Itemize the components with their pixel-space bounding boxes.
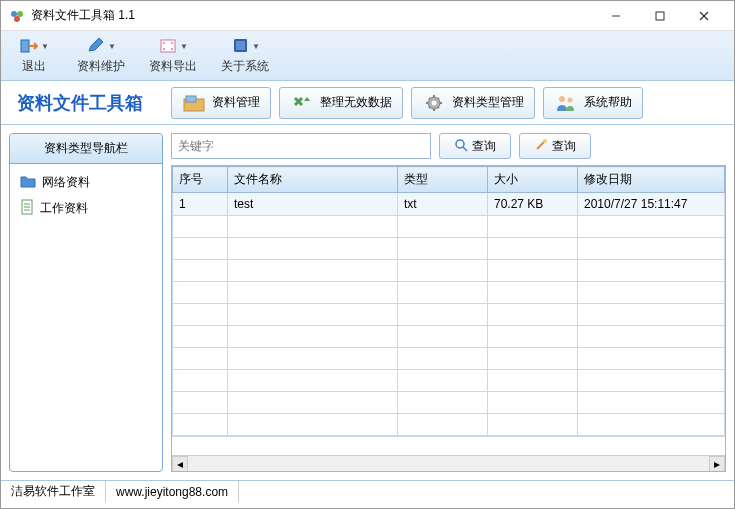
sidebar-item-label: 网络资料 — [42, 174, 90, 191]
book-icon — [230, 36, 250, 56]
table-header-row: 序号 文件名称 类型 大小 修改日期 — [173, 167, 725, 193]
table-row[interactable] — [173, 370, 725, 392]
statusbar: 洁易软件工作室 www.jieyitong88.com — [1, 480, 734, 502]
exit-button[interactable]: ▼ 退出 — [9, 34, 59, 77]
sidebar-item-work[interactable]: 工作资料 — [16, 195, 156, 222]
export-label: 资料导出 — [149, 58, 197, 75]
cell: txt — [398, 193, 488, 216]
sidebar-title: 资料类型导航栏 — [10, 134, 162, 164]
maximize-button[interactable] — [638, 2, 682, 30]
svg-rect-8 — [161, 40, 175, 52]
svg-rect-4 — [656, 12, 664, 20]
table-row[interactable]: 1 test txt 70.27 KB 2010/7/27 15:11:47 — [173, 193, 725, 216]
col-modified[interactable]: 修改日期 — [578, 167, 725, 193]
folder-blue-icon — [20, 174, 36, 191]
table-row[interactable] — [173, 238, 725, 260]
chevron-down-icon: ▼ — [41, 42, 49, 51]
folder-icon — [182, 91, 206, 115]
sidebar-item-label: 工作资料 — [40, 200, 88, 217]
table-row[interactable] — [173, 260, 725, 282]
svg-line-25 — [463, 147, 467, 151]
toolbar: ▼ 退出 ▼ 资料维护 ▼ 资料导出 ▼ 关于系统 — [1, 31, 734, 81]
svg-point-9 — [163, 42, 165, 44]
pencil-icon — [86, 36, 106, 56]
gear-icon — [422, 91, 446, 115]
svg-point-17 — [432, 100, 437, 105]
table-row[interactable] — [173, 326, 725, 348]
status-vendor: 洁易软件工作室 — [1, 481, 106, 502]
cell: 1 — [173, 193, 228, 216]
minimize-button[interactable] — [594, 2, 638, 30]
chevron-down-icon: ▼ — [180, 42, 188, 51]
header-row: 资料文件工具箱 资料管理 整理无效数据 资料类型管理 系统帮助 — [1, 81, 734, 125]
export-icon — [158, 36, 178, 56]
table-row[interactable] — [173, 216, 725, 238]
table-row[interactable] — [173, 304, 725, 326]
svg-point-10 — [171, 42, 173, 44]
chevron-down-icon: ▼ — [108, 42, 116, 51]
svg-point-18 — [559, 96, 565, 102]
app-title: 资料文件工具箱 — [17, 91, 143, 115]
clean-label: 整理无效数据 — [320, 94, 392, 111]
table-row[interactable] — [173, 414, 725, 436]
chevron-down-icon: ▼ — [252, 42, 260, 51]
svg-point-0 — [11, 11, 17, 17]
refresh-icon — [290, 91, 314, 115]
query-button-2[interactable]: 查询 — [519, 133, 591, 159]
horizontal-scrollbar[interactable]: ◂ ▸ — [172, 455, 725, 471]
cell: 2010/7/27 15:11:47 — [578, 193, 725, 216]
svg-point-24 — [456, 140, 464, 148]
manage-label: 资料管理 — [212, 94, 260, 111]
svg-rect-15 — [186, 96, 196, 102]
query-label: 查询 — [472, 138, 496, 155]
svg-point-19 — [568, 97, 573, 102]
col-type[interactable]: 类型 — [398, 167, 488, 193]
table-row[interactable] — [173, 392, 725, 414]
status-url: www.jieyitong88.com — [106, 481, 239, 502]
scroll-right-icon[interactable]: ▸ — [709, 456, 725, 472]
titlebar: 资料文件工具箱 1.1 — [1, 1, 734, 31]
svg-point-27 — [543, 139, 547, 143]
main-panel: 查询 查询 序号 文件名称 类型 大小 修改日期 — [171, 125, 734, 480]
sidebar-item-network[interactable]: 网络资料 — [16, 170, 156, 195]
data-grid: 序号 文件名称 类型 大小 修改日期 1 test txt 70.27 KB 2… — [171, 165, 726, 472]
query-button[interactable]: 查询 — [439, 133, 511, 159]
type-manage-label: 资料类型管理 — [452, 94, 524, 111]
sidebar: 资料类型导航栏 网络资料 工作资料 — [1, 125, 171, 480]
col-seq[interactable]: 序号 — [173, 167, 228, 193]
svg-rect-13 — [236, 41, 245, 50]
query-label-2: 查询 — [552, 138, 576, 155]
col-filename[interactable]: 文件名称 — [228, 167, 398, 193]
svg-rect-7 — [21, 40, 29, 52]
wand-icon — [534, 138, 548, 155]
svg-point-1 — [17, 11, 23, 17]
svg-point-12 — [171, 48, 173, 50]
close-button[interactable] — [682, 2, 726, 30]
scroll-left-icon[interactable]: ◂ — [172, 456, 188, 472]
maintain-label: 资料维护 — [77, 58, 125, 75]
type-manage-button[interactable]: 资料类型管理 — [411, 87, 535, 119]
users-icon — [554, 91, 578, 115]
search-input[interactable] — [171, 133, 431, 159]
search-icon — [454, 138, 468, 155]
document-green-icon — [20, 199, 34, 218]
table-row[interactable] — [173, 282, 725, 304]
app-icon — [9, 8, 25, 24]
col-size[interactable]: 大小 — [488, 167, 578, 193]
manage-button[interactable]: 资料管理 — [171, 87, 271, 119]
table-row[interactable] — [173, 348, 725, 370]
export-button[interactable]: ▼ 资料导出 — [143, 34, 203, 77]
about-label: 关于系统 — [221, 58, 269, 75]
maintain-button[interactable]: ▼ 资料维护 — [71, 34, 131, 77]
exit-icon — [19, 36, 39, 56]
about-button[interactable]: ▼ 关于系统 — [215, 34, 275, 77]
window-title: 资料文件工具箱 1.1 — [31, 7, 594, 24]
cell: 70.27 KB — [488, 193, 578, 216]
exit-label: 退出 — [22, 58, 46, 75]
help-label: 系统帮助 — [584, 94, 632, 111]
svg-point-2 — [14, 16, 20, 22]
clean-button[interactable]: 整理无效数据 — [279, 87, 403, 119]
cell: test — [228, 193, 398, 216]
help-button[interactable]: 系统帮助 — [543, 87, 643, 119]
svg-point-11 — [163, 48, 165, 50]
